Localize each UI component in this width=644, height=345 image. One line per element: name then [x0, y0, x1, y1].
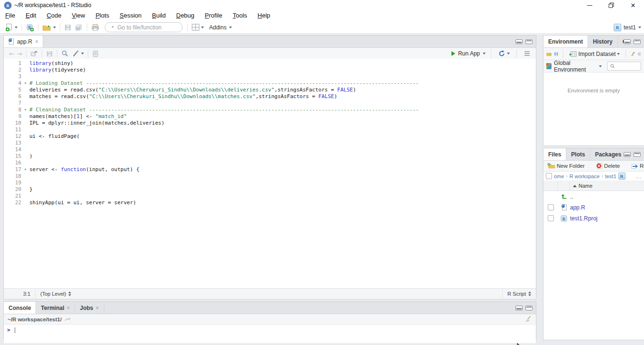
forward-button[interactable]: → [17, 50, 22, 57]
console-tab-terminal[interactable]: Terminal× [36, 302, 75, 314]
code-line[interactable]: 8▾# Cleaning Dataset -------------------… [4, 107, 536, 113]
addins-button[interactable]: Addins [209, 24, 232, 31]
breadcrumb-r-workspace[interactable]: R workspace [570, 173, 600, 179]
code-line[interactable]: 2library(tidyverse) [4, 67, 536, 73]
project-selector[interactable]: R test1 [614, 24, 644, 31]
code-tools-button[interactable] [72, 50, 84, 58]
scope-selector[interactable]: (Top Level) [36, 289, 76, 299]
code-line[interactable]: 18 [4, 173, 536, 180]
import-dataset-button[interactable]: Import Dataset [569, 51, 620, 57]
rerun-app-button[interactable] [498, 50, 510, 57]
code-line[interactable]: 7 [4, 100, 536, 107]
environment-tab-history[interactable]: History [588, 36, 617, 47]
files-tab-plots[interactable]: Plots [566, 148, 590, 160]
global-environment-label[interactable]: Global Environment [554, 60, 597, 73]
select-all-checkbox[interactable] [546, 173, 552, 179]
code-line[interactable]: 22shinyApp(ui = ui, server = server) [4, 200, 536, 206]
minimize-pane-button[interactable] [515, 306, 523, 310]
new-folder-button[interactable]: New Folder [547, 163, 585, 169]
file-type-selector[interactable]: R Script [502, 289, 536, 299]
code-line[interactable]: 16 [4, 160, 536, 166]
close-button[interactable]: ✕ [622, 0, 644, 10]
code-line[interactable]: 20} [4, 186, 536, 193]
open-file-button[interactable] [42, 24, 56, 31]
column-header-name[interactable]: Name [570, 183, 592, 189]
code-line[interactable]: 19 [4, 180, 536, 186]
code-editor[interactable]: 1library(shiny)2library(tidyverse)34▾# L… [4, 59, 536, 289]
menu-tools[interactable]: Tools [228, 10, 252, 20]
delete-file-button[interactable]: Delete [596, 163, 620, 169]
environment-dropdown-icon[interactable] [599, 65, 602, 67]
environment-tab-environment[interactable]: Environment [543, 36, 588, 47]
minimize-pane-button[interactable] [624, 152, 631, 157]
file-row[interactable]: Rtest1.Rproj [543, 213, 644, 224]
maximize-pane-button[interactable] [634, 152, 641, 157]
file-name[interactable]: test1.Rproj [570, 215, 598, 222]
restore-button[interactable] [600, 0, 622, 10]
find-replace-button[interactable] [61, 50, 69, 57]
console-tab-console[interactable]: Console [4, 302, 36, 314]
menu-debug[interactable]: Debug [171, 10, 200, 20]
print-button[interactable] [91, 24, 100, 31]
new-file-button[interactable] [5, 23, 18, 32]
file-checkbox[interactable] [548, 215, 554, 221]
file-checkbox[interactable] [548, 204, 554, 210]
console-tab-jobs[interactable]: Jobs× [75, 302, 104, 314]
goto-file-function-input[interactable] [116, 24, 178, 31]
code-line[interactable]: 17▾server <- function(input, output) { [4, 166, 536, 173]
maximize-pane-button[interactable] [525, 39, 533, 44]
popout-window-button[interactable] [30, 50, 38, 57]
run-app-dropdown-icon[interactable] [483, 53, 486, 54]
save-button[interactable] [64, 24, 72, 31]
menu-code[interactable]: Code [41, 10, 66, 20]
breadcrumb-ome[interactable]: ome [554, 173, 564, 179]
save-workspace-icon[interactable] [554, 51, 559, 57]
fold-arrow-icon[interactable]: ▾ [21, 80, 29, 87]
menu-profile[interactable]: Profile [200, 10, 228, 20]
document-outline-button[interactable] [524, 51, 531, 56]
menu-edit[interactable]: Edit [20, 10, 41, 20]
fold-arrow-icon[interactable]: ▾ [21, 166, 29, 173]
menu-build[interactable]: Build [147, 10, 171, 20]
menu-session[interactable]: Session [114, 10, 147, 20]
load-workspace-icon[interactable] [546, 51, 552, 57]
breadcrumb-more-button[interactable]: ... [636, 173, 642, 179]
close-tab-icon[interactable]: × [66, 305, 70, 311]
code-line[interactable]: 5deliveries = read.csv("C:\\Users\\Cheru… [4, 87, 536, 93]
file-name[interactable]: app.R [570, 204, 585, 211]
file-row[interactable]: .. [543, 191, 644, 202]
code-line[interactable]: 6matches = read.csv("C:\\Users\\Cherukur… [4, 93, 536, 100]
editor-tab-app-r[interactable]: app.R × [4, 36, 43, 47]
save-source-button[interactable] [46, 50, 53, 57]
clear-console-icon[interactable] [524, 316, 532, 322]
files-tab-packages[interactable]: Packages [590, 148, 624, 160]
files-tab-files[interactable]: Files [543, 148, 566, 160]
minimize-pane-button[interactable] [624, 39, 631, 44]
back-button[interactable]: ← [9, 50, 14, 57]
goto-directory-icon[interactable] [64, 317, 71, 322]
fold-arrow-icon[interactable]: ▾ [21, 107, 29, 113]
file-name[interactable]: .. [570, 193, 573, 200]
code-line[interactable]: 15) [4, 153, 536, 160]
environment-search-box[interactable] [607, 62, 641, 71]
close-tab-icon[interactable]: × [35, 38, 38, 45]
code-line[interactable]: 11 [4, 127, 536, 133]
rename-file-button[interactable]: Renam [631, 163, 644, 169]
workspace-panes-button[interactable] [192, 24, 204, 31]
code-line[interactable]: 1library(shiny) [4, 60, 536, 67]
run-app-button[interactable]: Run App [451, 50, 480, 57]
code-line[interactable]: 4▾# Loading Dataset --------------------… [4, 80, 536, 87]
code-line[interactable]: 10IPL = dplyr::inner_join(matches,delive… [4, 120, 536, 127]
maximize-pane-button[interactable] [525, 306, 533, 310]
compile-report-button[interactable] [92, 50, 99, 57]
menu-view[interactable]: View [66, 10, 90, 20]
menu-help[interactable]: Help [252, 10, 276, 20]
new-project-button[interactable]: R [26, 23, 34, 32]
save-all-button[interactable] [74, 24, 83, 31]
minimize-button[interactable] [579, 0, 600, 10]
breadcrumb-test1[interactable]: test1 [605, 173, 616, 179]
code-line[interactable]: 13 [4, 140, 536, 146]
environment-tab-co[interactable]: Co [618, 36, 624, 47]
file-row[interactable]: app.R [543, 202, 644, 213]
list-view-icon[interactable] [637, 51, 641, 57]
